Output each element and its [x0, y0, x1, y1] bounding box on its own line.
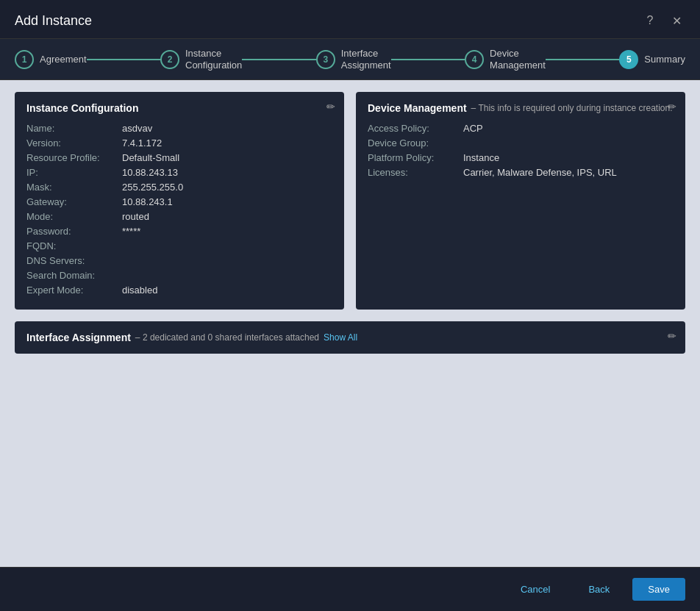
step-1-circle: 1 [15, 50, 34, 69]
device-management-fields: Access Policy: ACP Device Group: Platfor… [368, 123, 674, 178]
step-4: 4 Device Management [465, 48, 546, 71]
instance-config-title: Instance Configuration [26, 102, 332, 114]
field-ip: IP: 10.88.243.13 [26, 167, 332, 178]
step-1-label: Agreement [40, 54, 87, 65]
field-name: Name: asdvav [26, 123, 332, 134]
step-5-circle: 5 [619, 50, 638, 69]
connector-3-4 [391, 59, 465, 60]
device-management-panel: Device Management – This info is require… [356, 92, 685, 310]
step-3-circle: 3 [316, 50, 335, 69]
connector-4-5 [546, 59, 619, 60]
step-2-circle: 2 [160, 50, 179, 69]
field-access-policy: Access Policy: ACP [368, 123, 674, 134]
step-4-circle: 4 [465, 50, 484, 69]
modal-content: Instance Configuration Name: asdvav Vers… [0, 80, 700, 567]
field-version: Version: 7.4.1.172 [26, 137, 332, 149]
step-5: 5 Summary [619, 50, 685, 69]
step-4-label: Device Management [490, 48, 546, 71]
connector-1-2 [87, 59, 160, 60]
instance-config-panel: Instance Configuration Name: asdvav Vers… [15, 92, 344, 310]
close-button[interactable]: ✕ [668, 12, 685, 29]
field-search-domain: Search Domain: [26, 270, 332, 281]
field-dns-servers: DNS Servers: [26, 255, 332, 266]
save-button[interactable]: Save [632, 578, 685, 601]
device-management-title: Device Management – This info is require… [368, 102, 674, 114]
device-management-edit-button[interactable] [668, 101, 676, 112]
field-mode: Mode: routed [26, 211, 332, 222]
field-fqdn: FQDN: [26, 240, 332, 251]
field-gateway: Gateway: 10.88.243.1 [26, 196, 332, 207]
header-icons: ? ✕ [641, 12, 685, 29]
wizard-steps: 1 Agreement 2 Instance Configuration 3 I… [0, 39, 700, 80]
top-panels: Instance Configuration Name: asdvav Vers… [15, 92, 685, 310]
step-2-label: Instance Configuration [185, 48, 242, 71]
step-3-label: Interface Assignment [341, 48, 391, 71]
step-1: 1 Agreement [15, 50, 87, 69]
back-button[interactable]: Back [573, 578, 625, 601]
field-password: Password: ***** [26, 226, 332, 237]
field-expert-mode: Expert Mode: disabled [26, 285, 332, 296]
connector-2-3 [242, 59, 315, 60]
step-3: 3 Interface Assignment [316, 48, 391, 71]
cancel-button[interactable]: Cancel [505, 578, 565, 601]
field-device-group: Device Group: [368, 137, 674, 149]
field-licenses: Licenses: Carrier, Malware Defense, IPS,… [368, 167, 674, 178]
instance-config-edit-button[interactable] [326, 101, 335, 112]
interface-assignment-panel: Interface Assignment – 2 dedicated and 0… [15, 321, 685, 354]
add-instance-modal: Add Instance ? ✕ 1 Agreement 2 Instance … [0, 0, 700, 611]
modal-header: Add Instance ? ✕ [0, 0, 700, 39]
field-platform-policy: Platform Policy: Instance [368, 152, 674, 163]
interface-assignment-title: Interface Assignment – 2 dedicated and 0… [26, 332, 674, 343]
step-5-label: Summary [644, 54, 685, 65]
interface-assignment-edit-button[interactable] [668, 330, 676, 342]
instance-config-fields: Name: asdvav Version: 7.4.1.172 Resource… [26, 123, 332, 296]
help-button[interactable]: ? [641, 12, 659, 29]
show-all-link[interactable]: Show All [324, 332, 357, 343]
field-resource-profile: Resource Profile: Default-Small [26, 152, 332, 163]
field-mask: Mask: 255.255.255.0 [26, 182, 332, 193]
modal-footer: Cancel Back Save [0, 567, 700, 611]
modal-title: Add Instance [15, 13, 92, 29]
step-2: 2 Instance Configuration [160, 48, 242, 71]
